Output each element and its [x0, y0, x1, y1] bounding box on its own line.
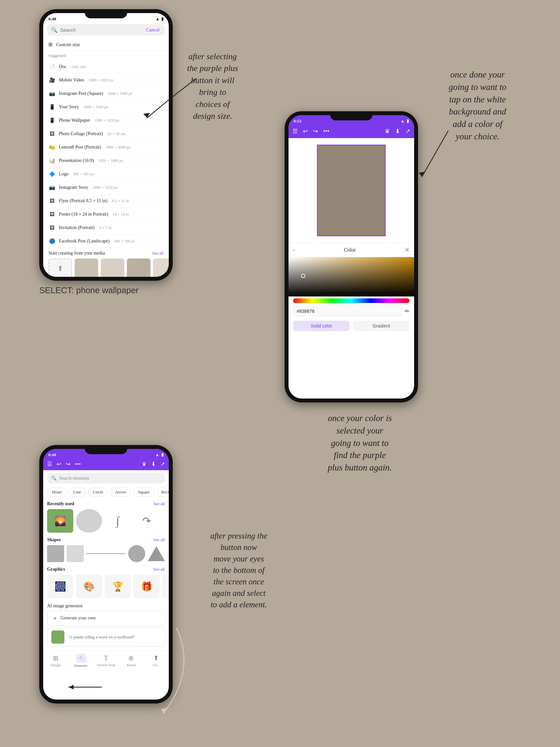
- arrow-1: [137, 72, 203, 124]
- tab-recta[interactable]: Recta...: [157, 488, 169, 497]
- undo-icon[interactable]: ↩: [303, 128, 308, 135]
- color-panel-header: ‹ Color ✕: [289, 243, 414, 257]
- list-item-size: Auto size: [71, 65, 86, 69]
- redo-icon[interactable]: ↪: [313, 128, 318, 135]
- recent-thumb-4[interactable]: ↷: [133, 509, 160, 533]
- annotation-4: after pressing the button now move your …: [193, 530, 285, 610]
- list-item[interactable]: 📄 Doc Auto size: [43, 60, 169, 74]
- elements-search[interactable]: 🔍 Search elements: [47, 473, 165, 484]
- media-thumb-3[interactable]: [127, 258, 151, 277]
- menu-icon[interactable]: ☰: [292, 128, 298, 135]
- recently-used-header: Recently used See all: [43, 499, 169, 508]
- shapes-see-all[interactable]: See all: [153, 537, 165, 542]
- color-gradient-picker[interactable]: [289, 257, 414, 297]
- list-item[interactable]: 🖼 Poster (18 × 24 in Portrait) 18 × 24 i…: [43, 208, 169, 221]
- download-icon-3[interactable]: ⬇: [151, 461, 156, 468]
- download-icon[interactable]: ⬇: [395, 128, 400, 135]
- graphic-5[interactable]: 🌺: [162, 574, 169, 598]
- gradient-button[interactable]: Gradient: [353, 321, 409, 331]
- canvas-box[interactable]: [317, 145, 386, 236]
- see-all-link[interactable]: See all: [152, 251, 164, 256]
- media-thumb-2[interactable]: [101, 258, 124, 277]
- tab-line[interactable]: Line: [69, 488, 86, 497]
- eyedropper-icon[interactable]: ✏: [405, 308, 409, 315]
- crown-icon[interactable]: ♛: [385, 128, 390, 135]
- share-icon[interactable]: ↗: [405, 128, 410, 135]
- phone-3-toolbar: ☰ ↩ ↪ ••• ♛ ⬇ ↗: [43, 459, 169, 470]
- list-item-name: Flyer (Portrait 8.5 × 11 in): [59, 198, 107, 204]
- tab-arrow[interactable]: Arrow: [110, 488, 131, 497]
- recently-used-see-all[interactable]: See all: [153, 501, 165, 507]
- svg-marker-3: [69, 685, 74, 689]
- crown-icon-3[interactable]: ♛: [142, 461, 146, 468]
- nav-design[interactable]: ⊞ Design: [46, 654, 65, 667]
- hex-input[interactable]: [293, 306, 402, 316]
- color-picker-dot[interactable]: [301, 274, 305, 278]
- list-item[interactable]: 🖼 Photo Collage (Portrait) 20 × 30 cm: [43, 127, 169, 141]
- nav-elements[interactable]: ⁘ Elements: [71, 653, 90, 668]
- recent-thumb-2[interactable]: [76, 509, 102, 533]
- graphic-4[interactable]: 🎁: [133, 574, 160, 598]
- recent-thumb-5[interactable]: ✿: [162, 509, 169, 533]
- list-item-name: Poster (18 × 24 in Portrait): [59, 212, 108, 217]
- media-upload-thumb[interactable]: ⬆: [48, 258, 72, 277]
- list-item[interactable]: 🔵 Facebook Post (Landscape) 940 × 788 px: [43, 235, 169, 248]
- menu-icon-3[interactable]: ☰: [47, 461, 52, 468]
- list-item[interactable]: 🔷 Logo 500 × 500 px: [43, 168, 169, 181]
- graphics-see-all[interactable]: See all: [153, 567, 165, 572]
- list-item-size: 5 × 7 in: [99, 226, 111, 230]
- list-item[interactable]: 🍋 Lemon8 Post (Portrait) 3000 × 4000 px: [43, 141, 169, 154]
- graphic-3[interactable]: 🏆: [105, 574, 131, 598]
- select-label: SELECT: phone wallpaper: [39, 285, 139, 295]
- phone-1: 6:48 ▲ ▮ 🔍 Cancel ⊞ Custom size Suggeste…: [39, 9, 173, 281]
- nav-design-label: Design: [51, 663, 61, 667]
- tab-square[interactable]: Square: [133, 488, 154, 497]
- share-icon-3[interactable]: ↗: [160, 461, 165, 468]
- list-item[interactable]: 🖼 Flyer (Portrait 8.5 × 11 in) 8.5 × 11 …: [43, 195, 169, 208]
- search-input[interactable]: [60, 27, 143, 33]
- shapes-header: Shapes See all: [43, 535, 169, 544]
- phone-1-search-bar[interactable]: 🔍 Cancel: [47, 24, 165, 36]
- shape-square-light[interactable]: [67, 545, 84, 562]
- media-thumb-1[interactable]: [75, 258, 98, 277]
- graphic-2[interactable]: 🎨: [76, 574, 102, 598]
- media-thumb-4[interactable]: [153, 258, 169, 277]
- hue-bar[interactable]: [293, 299, 409, 303]
- phone-3-status-icons: ▲ ▮: [155, 452, 164, 458]
- recently-used-label: Recently used: [47, 501, 74, 507]
- solid-color-button[interactable]: Solid color: [293, 321, 350, 331]
- hex-row: ✏: [289, 305, 414, 319]
- shape-line[interactable]: [86, 553, 126, 554]
- list-item[interactable]: 🖼 Invitation (Portrait) 5 × 7 in: [43, 221, 169, 235]
- tab-circle[interactable]: Circle: [88, 488, 108, 497]
- list-item[interactable]: 📊 Presentation (16:9) 1920 × 1080 px: [43, 154, 169, 168]
- graphic-1[interactable]: 🎆: [47, 574, 73, 598]
- back-button[interactable]: ‹: [293, 247, 295, 254]
- recent-thumb-1[interactable]: 🌄: [47, 509, 73, 533]
- undo-icon-3[interactable]: ↩: [57, 461, 61, 468]
- list-item-name: Presentation (16:9): [59, 158, 94, 163]
- tab-heart[interactable]: Heart: [47, 488, 66, 497]
- recent-thumb-3[interactable]: ∫: [105, 509, 131, 533]
- nav-elements-label: Elements: [74, 664, 88, 668]
- list-item-name: Mobile Video: [59, 78, 84, 83]
- wifi-icon-2: ▲: [400, 119, 405, 124]
- phone-3-notch: [85, 445, 127, 454]
- phone-1-screen: 6:48 ▲ ▮ 🔍 Cancel ⊞ Custom size Suggeste…: [43, 13, 169, 277]
- more-icon-3[interactable]: •••: [75, 461, 81, 468]
- custom-size-item[interactable]: ⊞ Custom size: [43, 38, 169, 51]
- shape-triangle[interactable]: [148, 546, 165, 561]
- list-item-size: 8.5 × 11 in: [112, 199, 129, 204]
- battery-icon-3: ▮: [161, 452, 164, 458]
- redo-icon-3[interactable]: ↪: [66, 461, 70, 468]
- list-item-size: 1080 × 1920 px: [95, 118, 119, 123]
- close-button[interactable]: ✕: [405, 247, 409, 254]
- phone-2-canvas[interactable]: [289, 138, 414, 243]
- cancel-button[interactable]: Cancel: [146, 27, 161, 33]
- more-icon[interactable]: •••: [323, 128, 329, 135]
- shape-square-dark[interactable]: [47, 545, 64, 562]
- list-item[interactable]: 📷 Instagram Story 1080 × 1920 px: [43, 181, 169, 195]
- shape-circle[interactable]: [128, 545, 145, 562]
- list-item-icon: 🖼: [48, 224, 56, 231]
- phone-2-screen: 6:52 ▲ ▮ ☰ ↩ ↪ ••• ♛ ⬇ ↗ ‹ Color ✕: [289, 115, 414, 398]
